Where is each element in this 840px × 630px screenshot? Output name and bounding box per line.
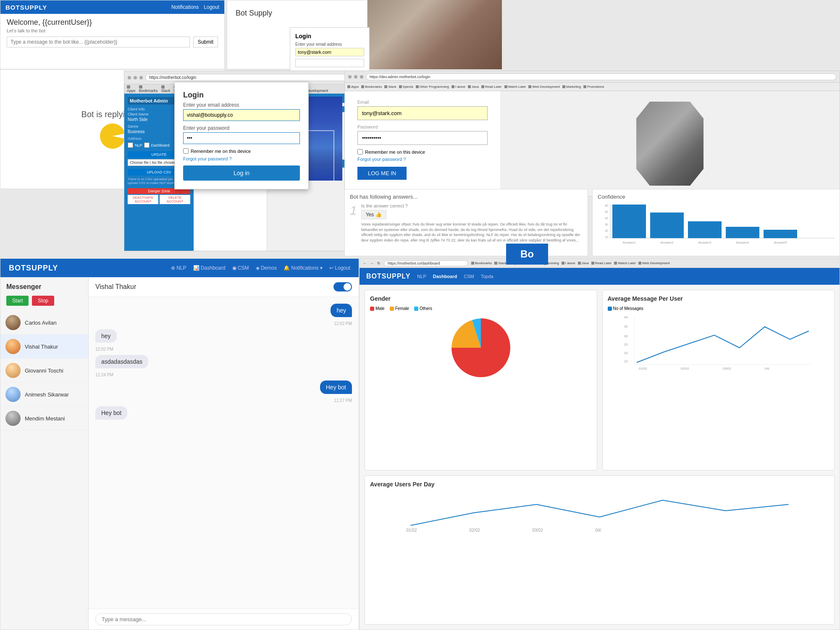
b2-bm-promotions[interactable]: Promotions [583, 85, 604, 89]
welcome-text: Welcome, {{currentUser}} [7, 18, 218, 27]
db-bm-java[interactable]: Java [578, 261, 589, 265]
logout-link[interactable]: Logout [204, 4, 219, 10]
answer-question: Is the answer correct ? [361, 203, 583, 208]
contact-name-vishal: Vishal Thakur [25, 344, 58, 350]
contact-mendim[interactable]: Mendim Mestani [0, 407, 88, 430]
b2-dot-1 [348, 75, 352, 79]
db-nav-dashboard[interactable]: Dashboard [433, 274, 457, 279]
b2-bm-web-dev[interactable]: Web Development [528, 85, 560, 89]
b2-bm-other[interactable]: Other Programming [416, 85, 449, 89]
back-icon[interactable]: ← [363, 261, 367, 265]
db-nav-topda[interactable]: Topda [481, 274, 494, 279]
b2-bm-java[interactable]: Java [468, 85, 479, 89]
nav-csm[interactable]: ◉ CSM [232, 265, 249, 271]
msg-time-1: 12:02 PM [95, 321, 352, 326]
b2-bm-slack[interactable]: Slack [384, 85, 396, 89]
nav-nlp[interactable]: ⊕ NLP [171, 265, 186, 271]
db-nav-csm[interactable]: CSM [464, 274, 474, 279]
contact-name-mendim: Mendim Mestani [25, 415, 65, 422]
gender-pie-svg [447, 314, 514, 381]
svg-text:Answer4: Answer4 [736, 241, 749, 244]
contact-name-giovanni: Giovanni Toschi [25, 368, 63, 374]
db-bm-read-later[interactable]: Read Later [591, 261, 612, 265]
building-panel [368, 0, 502, 69]
stop-button[interactable]: Stop [32, 296, 54, 306]
b2-password-input[interactable] [357, 131, 488, 145]
contact-animesh[interactable]: Animesh Sikarwar [0, 383, 88, 407]
b2-email-input[interactable] [357, 106, 488, 120]
svg-text:40: 40 [624, 315, 627, 319]
dashboard-url-bar[interactable]: https://motherbot.co/dashboard [384, 260, 468, 266]
db-nav-nlp[interactable]: NLP [417, 274, 426, 279]
submit-button[interactable]: Submit [193, 37, 218, 47]
svg-text:04/: 04/ [596, 528, 601, 533]
b2-remember-checkbox[interactable] [357, 149, 363, 155]
chat-area: Vishal Thakur hey 12:02 PM hey 12:02 PM … [89, 277, 359, 630]
forgot-password-link[interactable]: Forgot your password ? [183, 156, 300, 161]
b2-bm-watch-later[interactable]: Watch Later [504, 85, 526, 89]
nlp-checkbox[interactable] [128, 142, 133, 148]
login-modal-password-input[interactable] [183, 132, 300, 144]
chat-toggle[interactable] [333, 282, 352, 291]
refresh-icon[interactable]: ↻ [377, 261, 381, 265]
contact-carlos[interactable]: Carlos Avilan [0, 311, 88, 335]
svg-text:35: 35 [624, 325, 627, 328]
svg-text:Answer5: Answer5 [774, 241, 787, 244]
db-bm-i-alone[interactable]: I alone [562, 261, 575, 265]
db-bm-slack[interactable]: Slack [494, 261, 507, 265]
svg-rect-8 [612, 205, 646, 238]
avg-users-card: Average Users Per Day 01/02 02/02 03/02 … [365, 475, 835, 625]
login-modal-email-input[interactable] [183, 109, 300, 121]
b2-bm-marketing[interactable]: Marketing [562, 85, 581, 89]
db-bm-watch-later[interactable]: Watch Later [614, 261, 636, 265]
bookmark-apps[interactable]: Apps [127, 85, 136, 93]
nav-demos[interactable]: ◈ Demos [256, 265, 277, 271]
svg-text:30: 30 [605, 223, 608, 226]
b2-login-btn[interactable]: LOG ME IN [357, 167, 407, 180]
deactivate-btn[interactable]: DEACTIVATE ACCOUNT [128, 195, 158, 204]
b2-bm-read-later[interactable]: Read Later [481, 85, 502, 89]
delete-btn[interactable]: DELETE ACCOUNT [160, 195, 190, 204]
nav-notifications[interactable]: 🔔 Notifications ▾ [284, 265, 323, 271]
b2-login-area: Email Password Remember me on this devic… [345, 91, 500, 196]
forward-icon[interactable]: → [370, 261, 374, 265]
b2-bm-i-alone[interactable]: I alone [452, 85, 465, 89]
browser-2-url-bar[interactable]: https://dev.admin.motherbot.co/login [366, 74, 836, 80]
contact-name-animesh: Animesh Sikarwar [25, 391, 69, 398]
login-modal-btn[interactable]: Log in [183, 165, 300, 181]
answers-panel: Bot has following answers... 1 Is the an… [344, 189, 588, 256]
nav-logout[interactable]: ↩ Logout [329, 265, 350, 271]
legend-male-label: Male [375, 306, 385, 311]
legend-female-label: Female [395, 306, 409, 311]
dashboard-checkbox[interactable] [144, 142, 150, 148]
b2-bm-specta[interactable]: Specta [399, 85, 413, 89]
nav-dashboard[interactable]: 📊 Dashboard [193, 265, 226, 271]
contact-giovanni[interactable]: Giovanni Toschi [0, 359, 88, 383]
msg-hey-bot-left: Hey bot [95, 406, 127, 420]
contact-vishal[interactable]: Vishal Thakur [0, 335, 88, 359]
svg-rect-11 [726, 227, 759, 238]
notifications-link[interactable]: Notifications [171, 4, 199, 10]
b2-bm-bookmarks[interactable]: Bookmarks [361, 85, 382, 89]
browser-2: https://dev.admin.motherbot.co/login App… [344, 71, 840, 197]
chat-input-row: Submit [7, 37, 218, 47]
chat-nav-right: Notifications Logout [171, 4, 219, 10]
message-input[interactable] [95, 613, 352, 625]
svg-text:01/02: 01/02 [638, 367, 647, 370]
b2-bm-apps[interactable]: Apps [347, 85, 359, 89]
login-small-email-label: Enter your email address [295, 42, 364, 47]
b2-remember-row: Remember me on this device [357, 149, 488, 155]
chat-input[interactable] [7, 37, 190, 47]
login-small-password-input[interactable] [295, 59, 364, 67]
login-small-email-input[interactable] [295, 48, 364, 56]
svg-text:02/02: 02/02 [470, 528, 480, 533]
browser-url-bar[interactable]: https://motherbot.co/login [145, 74, 353, 81]
start-button[interactable]: Start [6, 296, 29, 306]
b2-forgot-link[interactable]: Forgot your password ? [357, 157, 488, 162]
bookmark-bookmarks[interactable]: Bookmarks [139, 85, 158, 93]
db-bm-bookmarks[interactable]: Bookmarks [471, 261, 492, 265]
answer-content: Is the answer correct ? Yes 👍 Vores rejs… [361, 203, 583, 243]
db-bm-web-dev[interactable]: Web Development [638, 261, 670, 265]
bookmark-slack[interactable]: Slack [161, 85, 171, 93]
remember-checkbox[interactable] [183, 148, 189, 154]
